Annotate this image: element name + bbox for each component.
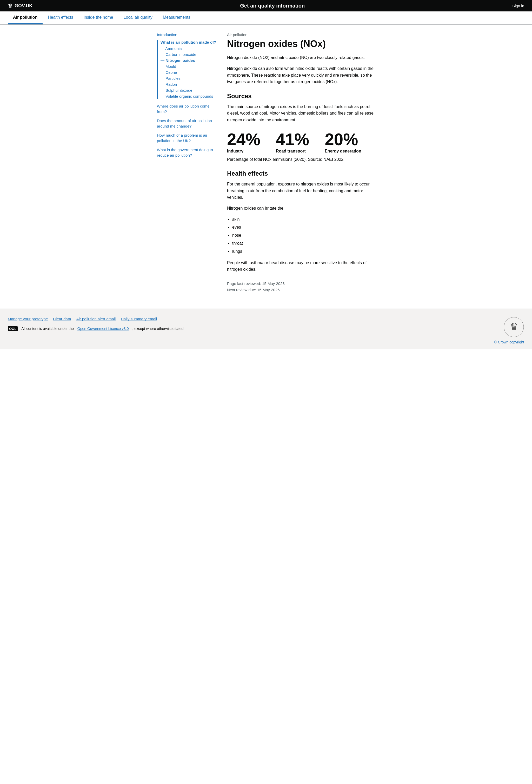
sidebar-link-government[interactable]: What is the government doing to reduce a…: [157, 147, 217, 158]
daily-summary-link[interactable]: Daily summary email: [121, 317, 157, 321]
list-item: lungs: [232, 248, 375, 255]
intro-p2: Nitrogen dioxide can also form when nitr…: [227, 65, 375, 85]
stat-energy: 20% Energy generation: [325, 131, 361, 153]
nav-item-air-pollution[interactable]: Air pollution: [8, 11, 43, 24]
page-title: Nitrogen oxides (NOx): [227, 38, 375, 49]
stat-industry: 24% Industry: [227, 131, 260, 153]
list-item: nose: [232, 232, 375, 239]
nav-item-local-air-quality[interactable]: Local air quality: [118, 11, 158, 24]
ogl-suffix: , except where otherwise stated: [132, 327, 184, 331]
sidebar-other-links: Where does air pollution come from? Does…: [157, 103, 217, 158]
stat-energy-number: 20%: [325, 131, 361, 148]
site-header: ♕ GOV.UK Get air quality information Sig…: [0, 0, 532, 11]
footer-bottom: OGL All content is available under the O…: [8, 326, 184, 331]
stat-energy-label: Energy generation: [325, 149, 361, 153]
stats-row: 24% Industry 41% Road transport 20% Ener…: [227, 131, 375, 153]
list-item: skin: [232, 216, 375, 223]
main-content: Air pollution Nitrogen oxides (NOx) Nitr…: [227, 32, 375, 293]
list-item: eyes: [232, 224, 375, 231]
clear-data-link[interactable]: Clear data: [53, 317, 71, 321]
stat-industry-label: Industry: [227, 149, 260, 153]
sources-heading: Sources: [227, 92, 375, 100]
sidebar-section: What is air pollution made of? — Ammonia…: [157, 40, 217, 99]
manage-prototype-link[interactable]: Manage your prototype: [8, 317, 48, 321]
stat-road: 41% Road transport: [276, 131, 309, 153]
signin-link[interactable]: Sign in: [512, 4, 524, 8]
air-pollution-alert-link[interactable]: Air pollution alert email: [76, 317, 116, 321]
stats-caption: Percentage of total NOx emmisions (2020)…: [227, 156, 375, 163]
main-container: Introduction What is air pollution made …: [149, 25, 383, 309]
next-review: Next review due: 15 May 2026: [227, 287, 375, 293]
sidebar-link-amount[interactable]: Does the amount of air pollution around …: [157, 118, 217, 129]
nav-item-measurements[interactable]: Measurements: [158, 11, 196, 24]
stat-road-number: 41%: [276, 131, 309, 148]
crown-icon: ♕: [8, 3, 12, 9]
footer-links: Manage your prototype Clear data Air pol…: [8, 317, 184, 321]
site-footer: Manage your prototype Clear data Air pol…: [0, 309, 532, 349]
sidebar-item-carbon-monoxide[interactable]: — Carbon monoxide: [161, 51, 217, 57]
site-title: Get air quality information: [240, 3, 305, 9]
health-p2: Nitrogen oxides can irritate the:: [227, 205, 375, 212]
gov-logo[interactable]: ♕ GOV.UK: [8, 3, 32, 9]
sidebar-intro-link[interactable]: Introduction: [157, 32, 217, 37]
review-dates: Page last reviewed: 15 May 2023 Next rev…: [227, 281, 375, 293]
sidebar-item-mould[interactable]: — Mould: [161, 63, 217, 69]
ogl-text: All content is available under the: [21, 327, 74, 331]
stat-road-label: Road transport: [276, 149, 309, 153]
nav-item-inside-home[interactable]: Inside the home: [79, 11, 118, 24]
footer-right: ♛ © Crown copyright: [494, 317, 524, 344]
ogl-link[interactable]: Open Government Licence v3.0: [77, 327, 129, 331]
crown-copyright-link[interactable]: © Crown copyright: [494, 340, 524, 344]
health-heading: Health effects: [227, 170, 375, 177]
health-p3: People with asthma or heart disease may …: [227, 259, 375, 273]
stat-industry-number: 24%: [227, 131, 260, 148]
health-p1: For the general population, exposure to …: [227, 181, 375, 201]
sidebar-section-heading[interactable]: What is air pollution made of?: [161, 40, 217, 45]
sidebar: Introduction What is air pollution made …: [157, 32, 217, 293]
sidebar-link-where[interactable]: Where does air pollution come from?: [157, 103, 217, 114]
crown-emblem-icon: ♛: [503, 317, 524, 337]
list-item: throat: [232, 240, 375, 247]
sidebar-link-problem[interactable]: How much of a problem is air pollution i…: [157, 133, 217, 143]
logo-text: GOV.UK: [15, 3, 32, 8]
health-list: skin eyes nose throat lungs: [232, 216, 375, 255]
intro-p1: Nitrogen dioxide (NO2) and nitric oxide …: [227, 54, 375, 61]
sidebar-item-radon[interactable]: — Radon: [161, 81, 217, 87]
breadcrumb: Air pollution: [227, 32, 375, 37]
footer-left: Manage your prototype Clear data Air pol…: [8, 317, 184, 331]
main-nav: Air pollution Health effects Inside the …: [0, 11, 532, 25]
sidebar-item-sulphur-dioxide[interactable]: — Sulphur dioxide: [161, 87, 217, 93]
nav-item-health-effects[interactable]: Health effects: [43, 11, 79, 24]
review-date: Page last reviewed: 15 May 2023: [227, 281, 375, 287]
sidebar-item-particles[interactable]: — Particles: [161, 75, 217, 81]
sources-p: The main source of nitrogen oxides is th…: [227, 103, 375, 123]
sidebar-item-ammonia[interactable]: — Ammonia: [161, 46, 217, 51]
sidebar-item-nitrogen-oxides[interactable]: — Nitrogen oxides: [161, 57, 217, 63]
sidebar-item-voc[interactable]: — Volatile organic compounds: [161, 93, 217, 99]
ogl-logo: OGL: [8, 326, 18, 331]
svg-text:♛: ♛: [510, 321, 518, 332]
footer-row: Manage your prototype Clear data Air pol…: [8, 317, 524, 344]
sidebar-item-ozone[interactable]: — Ozone: [161, 69, 217, 75]
